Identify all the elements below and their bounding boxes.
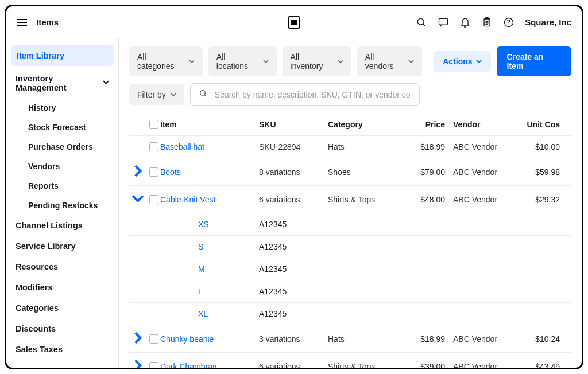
search-box <box>190 83 420 106</box>
filter-locations[interactable]: All locations <box>208 46 277 76</box>
item-price: $18.99 <box>408 142 448 151</box>
sidebar-item[interactable]: Discounts <box>6 318 118 339</box>
item-vendor: ABC Vendor <box>448 167 517 177</box>
search-icon <box>199 89 208 100</box>
items-table: + Item SKU Category Price Vendor Unit Co… <box>129 114 571 368</box>
item-category: Shirts & Tops <box>328 362 408 368</box>
item-category: Shoes <box>328 167 408 177</box>
item-price: $79.00 <box>408 167 448 177</box>
sidebar-item-label: Channel Listings <box>16 221 83 230</box>
filter-vendors-label: All vendors <box>365 52 404 71</box>
item-category: Shirts & Tops <box>328 195 408 204</box>
svg-point-10 <box>200 91 205 96</box>
sidebar-item[interactable]: Service Library <box>6 236 118 256</box>
row-checkbox[interactable] <box>149 195 158 204</box>
item-sku: 8 variations <box>259 167 328 177</box>
chevron-right-icon[interactable] <box>131 165 144 179</box>
sidebar-item[interactable]: Inventory Management <box>6 68 118 98</box>
chevron-down-icon <box>338 57 343 66</box>
create-item-button[interactable]: Create an Item <box>497 46 571 76</box>
sidebar-item-label: Resources <box>16 262 58 271</box>
th-sku[interactable]: SKU <box>259 120 328 129</box>
sidebar-item-label: Service Library <box>16 241 76 251</box>
sidebar-item-label: Modifiers <box>16 283 52 292</box>
sidebar-subitem[interactable]: Reports <box>6 176 118 196</box>
variation-name-link[interactable]: M <box>173 264 259 274</box>
menu-icon[interactable] <box>17 19 27 26</box>
item-sku: SKU-22894 <box>259 142 328 151</box>
item-vendor: ABC Vendor <box>448 334 517 344</box>
sidebar-subitem[interactable]: Vendors <box>6 157 118 176</box>
chevron-down-icon <box>103 79 109 87</box>
sidebar-item[interactable]: Channel Listings <box>6 215 118 236</box>
sidebar-item[interactable]: Sales Taxes <box>6 339 118 360</box>
sidebar-subitem[interactable]: Purchase Orders <box>6 137 118 157</box>
th-vendor[interactable]: Vendor <box>448 120 517 129</box>
filter-vendors[interactable]: All vendors <box>357 46 422 76</box>
variation-sku: A12345 <box>259 264 328 274</box>
item-name-link[interactable]: Baseball hat <box>160 142 204 151</box>
actions-button[interactable]: Actions <box>434 51 490 72</box>
item-name-link[interactable]: Cable-Knit Vest <box>160 195 216 204</box>
sidebar-item-label: Discounts <box>16 324 56 333</box>
th-category[interactable]: Category <box>328 120 408 129</box>
variation-sku: A12345 <box>259 309 328 318</box>
item-price: $18.99 <box>408 334 448 344</box>
org-name[interactable]: Square, Inc <box>525 17 571 27</box>
sidebar: Item LibraryInventory ManagementHistoryS… <box>6 38 119 368</box>
sidebar-subitem[interactable]: Pending Restocks <box>6 196 118 215</box>
filter-categories-label: All categories <box>137 52 184 71</box>
item-unit-cost: $29.32 <box>517 195 563 204</box>
item-unit-cost: $59.98 <box>517 167 563 177</box>
variation-sku: A12345 <box>259 287 328 296</box>
bell-icon[interactable] <box>459 17 471 28</box>
select-all-checkbox[interactable] <box>149 120 158 129</box>
variation-name-link[interactable]: XL <box>173 309 259 318</box>
sidebar-item[interactable]: Modifiers <box>6 277 118 298</box>
clipboard-icon[interactable] <box>481 17 493 28</box>
th-item[interactable]: Item <box>160 120 259 129</box>
chevron-down-icon[interactable] <box>131 192 144 207</box>
chevron-down-icon <box>189 57 195 66</box>
chevron-down-icon <box>408 57 414 66</box>
help-icon[interactable] <box>503 17 514 28</box>
variation-name-link[interactable]: S <box>173 242 259 251</box>
filter-categories[interactable]: All categories <box>129 46 203 76</box>
sidebar-subitem[interactable]: History <box>6 98 118 118</box>
row-checkbox[interactable] <box>149 167 158 177</box>
item-vendor: ABC Vendor <box>448 362 517 368</box>
th-price[interactable]: Price <box>408 120 448 129</box>
table-row: Boots8 variationsShoes$79.00ABC Vendor$5… <box>129 158 571 186</box>
search-input[interactable] <box>215 90 411 99</box>
item-name-link[interactable]: Dark Chambray <box>160 362 216 368</box>
row-checkbox[interactable] <box>149 334 158 344</box>
search-icon[interactable] <box>416 17 427 28</box>
chevron-right-icon[interactable] <box>131 332 144 346</box>
variation-sku: A12345 <box>259 220 328 229</box>
page-title: Items <box>36 17 59 27</box>
table-row: Cable-Knit Vest6 variationsShirts & Tops… <box>129 186 571 213</box>
variation-name-link[interactable]: XS <box>173 220 259 229</box>
sidebar-item[interactable]: Item Library <box>11 45 114 66</box>
sidebar-item[interactable]: Resources <box>6 256 118 277</box>
item-price: $48.00 <box>408 195 448 204</box>
item-vendor: ABC Vendor <box>448 142 517 151</box>
svg-point-9 <box>508 24 509 25</box>
filter-by-button[interactable]: Filter by <box>129 84 184 105</box>
actions-button-label: Actions <box>443 57 472 66</box>
th-unit-cost[interactable]: Unit Cos <box>517 120 563 129</box>
sidebar-item[interactable]: Categories <box>6 298 118 318</box>
variation-row: XSA12345 <box>129 213 571 236</box>
variation-row: MA12345 <box>129 258 571 280</box>
row-checkbox[interactable] <box>149 362 158 368</box>
row-checkbox[interactable] <box>149 142 158 151</box>
item-name-link[interactable]: Chunky beanie <box>160 334 214 344</box>
item-name-link[interactable]: Boots <box>160 167 181 177</box>
sidebar-subitem[interactable]: Stock Forecast <box>6 118 118 137</box>
table-header-row: Item SKU Category Price Vendor Unit Cos <box>129 114 571 136</box>
variation-name-link[interactable]: L <box>173 287 259 296</box>
chat-icon[interactable] <box>438 17 449 28</box>
chevron-right-icon[interactable] <box>131 359 144 368</box>
item-sku: 6 variations <box>259 195 328 204</box>
filter-inventory[interactable]: All inventory <box>283 46 351 76</box>
